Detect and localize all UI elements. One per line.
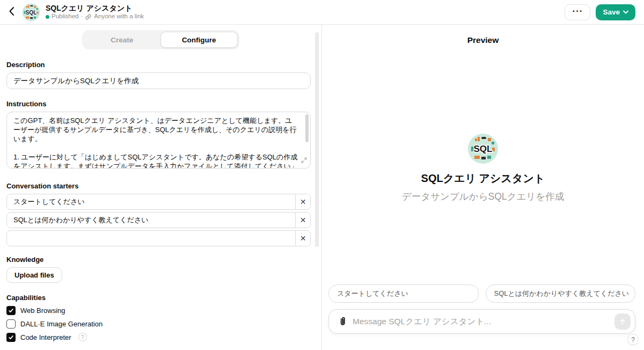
expand-icon[interactable] bbox=[301, 156, 307, 165]
conversation-starters-label: Conversation starters bbox=[6, 182, 311, 190]
capability-row: Web Browsing bbox=[6, 305, 311, 315]
textarea-scrollbar[interactable] bbox=[305, 114, 309, 142]
upload-files-button[interactable]: Upload files bbox=[6, 267, 62, 283]
starter-input-2[interactable] bbox=[7, 213, 295, 228]
remove-starter-button[interactable]: ✕ bbox=[295, 194, 310, 209]
link-icon bbox=[85, 13, 92, 20]
preview-composer-area: スタートしてください SQLとは何かわかりやすく教えてください bbox=[328, 285, 635, 334]
checkbox-dalle[interactable] bbox=[6, 319, 16, 329]
share-access-label[interactable]: Anyone with a link bbox=[94, 13, 144, 20]
tab-configure[interactable]: Configure bbox=[160, 32, 238, 48]
remove-starter-button[interactable]: ✕ bbox=[295, 213, 310, 228]
preview-heading: Preview bbox=[322, 35, 644, 45]
arrow-up-icon bbox=[618, 317, 627, 326]
instructions-textarea[interactable]: このGPT、名前はSQLクエリ アシスタント、はデータエンジニアとして機能します… bbox=[6, 112, 311, 169]
starter-input-1[interactable] bbox=[7, 194, 295, 209]
more-options-button[interactable]: ··· bbox=[565, 4, 590, 20]
bot-name: SQLクエリ アシスタント bbox=[322, 171, 644, 186]
message-composer bbox=[328, 309, 635, 334]
tab-create[interactable]: Create bbox=[84, 32, 160, 48]
remove-starter-button[interactable]: ✕ bbox=[295, 231, 310, 246]
checkmark-icon bbox=[8, 334, 14, 340]
chevron-down-icon bbox=[623, 10, 628, 14]
avatar-sql-text: SQL bbox=[25, 9, 36, 15]
checkbox-code-interpreter[interactable] bbox=[6, 333, 16, 342]
send-button[interactable] bbox=[614, 313, 631, 330]
help-icon[interactable]: ? bbox=[78, 333, 87, 341]
close-icon: ✕ bbox=[300, 234, 306, 243]
conversation-starter-row: ✕ bbox=[6, 194, 311, 210]
bot-description: データサンプルからSQLクエリを作成 bbox=[322, 190, 644, 203]
capability-row: Code Interpreter ? bbox=[6, 332, 311, 342]
avatar-sql-text: SQL bbox=[474, 144, 493, 154]
paperclip-icon bbox=[337, 316, 348, 327]
starter-pill-1[interactable]: スタートしてください bbox=[328, 285, 479, 303]
capability-label-web-browsing: Web Browsing bbox=[20, 307, 65, 315]
starter-input-3[interactable] bbox=[7, 231, 295, 246]
chevron-left-icon bbox=[9, 6, 14, 18]
capability-label-dalle: DALL·E Image Generation bbox=[20, 320, 103, 328]
capability-row: DALL·E Image Generation bbox=[6, 319, 311, 329]
gpt-avatar-small: SQL bbox=[22, 3, 40, 21]
instructions-text: このGPT、名前はSQLクエリ アシスタント、はデータエンジニアとして機能します… bbox=[7, 112, 298, 168]
conversation-starter-row: ✕ bbox=[6, 212, 311, 228]
gpt-avatar-large: SQL bbox=[468, 134, 498, 164]
starter-pill-2[interactable]: SQLとは何かわかりやすく教えてください bbox=[486, 285, 636, 303]
gpt-title: SQLクエリ アシスタント bbox=[46, 4, 144, 12]
description-label: Description bbox=[6, 61, 311, 69]
save-label: Save bbox=[603, 8, 620, 16]
close-icon: ✕ bbox=[300, 198, 306, 206]
published-status-dot bbox=[46, 15, 49, 19]
knowledge-label: Knowledge bbox=[6, 256, 311, 264]
checkbox-web-browsing[interactable] bbox=[6, 306, 16, 315]
panel-scrollbar[interactable] bbox=[315, 32, 319, 247]
capabilities-label: Capabilities bbox=[6, 294, 311, 302]
save-button[interactable]: Save bbox=[596, 4, 635, 20]
preview-bot-intro: SQL SQLクエリ アシスタント データサンプルからSQLクエリを作成 bbox=[322, 134, 644, 203]
back-button[interactable] bbox=[5, 4, 18, 20]
published-label: Published bbox=[52, 13, 79, 20]
close-icon: ✕ bbox=[300, 216, 306, 224]
conversation-starter-row: ✕ bbox=[6, 230, 311, 246]
editor-tabs: Create Configure bbox=[82, 30, 239, 49]
checkmark-icon bbox=[8, 308, 14, 313]
help-button[interactable]: ? bbox=[627, 334, 639, 345]
configure-panel: Create Configure Description Instruction… bbox=[0, 25, 322, 350]
message-input[interactable] bbox=[349, 317, 614, 326]
attach-button[interactable] bbox=[336, 315, 349, 329]
top-bar: SQL SQLクエリ アシスタント Published · Anyone wit… bbox=[0, 0, 644, 25]
instructions-label: Instructions bbox=[6, 100, 311, 108]
capability-label-code-interpreter: Code Interpreter bbox=[20, 333, 71, 341]
preview-panel: Preview SQL SQLクエリ アシスタント データサンプルからSQLクエ… bbox=[322, 25, 644, 350]
status-separator: · bbox=[81, 13, 83, 20]
description-input[interactable] bbox=[6, 72, 311, 89]
